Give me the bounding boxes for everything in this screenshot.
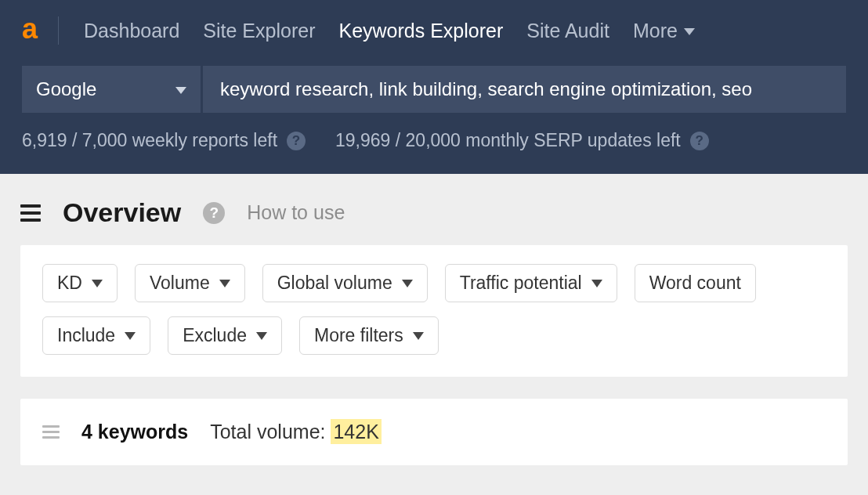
- chevron-down-icon: [175, 87, 186, 94]
- filter-exclude[interactable]: Exclude: [168, 316, 282, 355]
- how-to-use-link[interactable]: How to use: [247, 201, 345, 224]
- filter-more[interactable]: More filters: [299, 316, 439, 355]
- filter-volume[interactable]: Volume: [135, 264, 245, 302]
- usage-serp-text: 19,969 / 20,000 monthly SERP updates lef…: [335, 130, 681, 151]
- usage-row: 6,919 / 7,000 weekly reports left ? 19,9…: [22, 130, 846, 151]
- filters-panel: KD Volume Global volume Traffic potentia…: [20, 245, 848, 377]
- filter-label: Volume: [150, 273, 210, 294]
- page-title: Overview: [63, 197, 181, 228]
- chevron-down-icon: [125, 332, 136, 340]
- filter-label: KD: [57, 273, 82, 294]
- filter-global-volume[interactable]: Global volume: [262, 264, 428, 302]
- help-icon[interactable]: ?: [690, 132, 709, 150]
- filter-label: Word count: [649, 273, 741, 294]
- search-engine-label: Google: [36, 78, 96, 100]
- usage-reports-text: 6,919 / 7,000 weekly reports left: [22, 130, 277, 151]
- filter-label: More filters: [314, 325, 403, 346]
- filter-traffic-potential[interactable]: Traffic potential: [445, 264, 617, 302]
- total-volume-label: Total volume:: [210, 421, 331, 443]
- top-nav: a Dashboard Site Explorer Keywords Explo…: [22, 0, 846, 61]
- menu-icon[interactable]: [20, 204, 41, 222]
- filter-include[interactable]: Include: [42, 316, 150, 355]
- chevron-down-icon: [219, 280, 230, 287]
- chevron-down-icon: [402, 280, 413, 287]
- nav-divider: [58, 16, 59, 45]
- chevron-down-icon: [92, 280, 103, 287]
- usage-serp: 19,969 / 20,000 monthly SERP updates lef…: [335, 130, 709, 151]
- search-row: Google keyword research, link building, …: [22, 66, 846, 113]
- search-engine-select[interactable]: Google: [22, 66, 201, 113]
- chevron-down-icon: [684, 28, 695, 35]
- logo[interactable]: a: [22, 15, 38, 46]
- total-volume: Total volume: 142K: [210, 421, 382, 443]
- chevron-down-icon: [591, 280, 602, 287]
- filter-kd[interactable]: KD: [42, 264, 118, 302]
- filter-label: Include: [57, 325, 115, 346]
- filter-label: Exclude: [183, 325, 247, 346]
- nav-site-audit[interactable]: Site Audit: [526, 20, 609, 42]
- filter-label: Global volume: [277, 273, 392, 294]
- filter-word-count[interactable]: Word count: [635, 264, 756, 302]
- results-panel: 4 keywords Total volume: 142K: [20, 399, 848, 465]
- keyword-count: 4 keywords: [81, 421, 188, 443]
- help-icon[interactable]: ?: [287, 132, 306, 150]
- help-icon[interactable]: ?: [203, 202, 225, 224]
- usage-reports: 6,919 / 7,000 weekly reports left ?: [22, 130, 306, 151]
- nav-more-label: More: [633, 20, 678, 42]
- keyword-input[interactable]: keyword research, link building, search …: [203, 66, 846, 113]
- total-volume-value: 142K: [331, 419, 381, 444]
- drag-handle-icon[interactable]: [42, 425, 60, 439]
- nav-site-explorer[interactable]: Site Explorer: [203, 20, 315, 42]
- overview-header: Overview ? How to use: [0, 174, 868, 245]
- nav-more[interactable]: More: [633, 20, 695, 42]
- filter-label: Traffic potential: [460, 273, 582, 294]
- chevron-down-icon: [256, 332, 267, 340]
- filters-row: KD Volume Global volume Traffic potentia…: [42, 264, 826, 355]
- nav-dashboard[interactable]: Dashboard: [84, 20, 179, 42]
- nav-keywords-explorer[interactable]: Keywords Explorer: [338, 20, 503, 42]
- chevron-down-icon: [413, 332, 424, 340]
